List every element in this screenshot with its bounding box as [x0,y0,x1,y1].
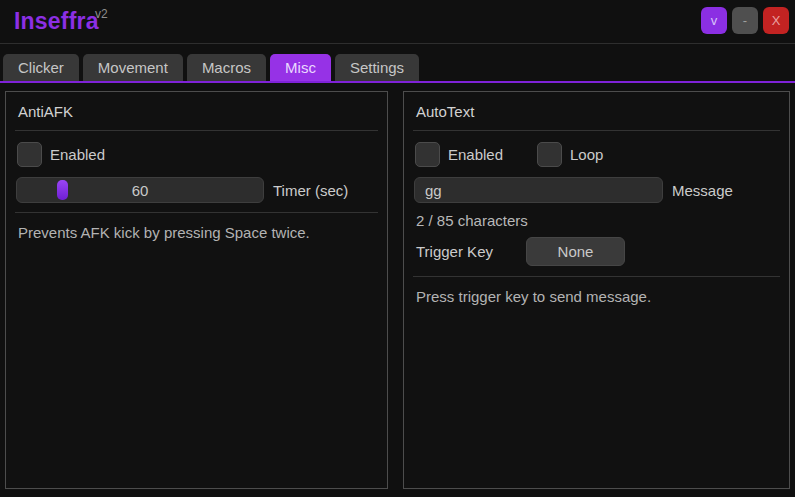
titlebar: Inseffra v2 v - X [0,0,795,44]
char-counter: 2 / 85 characters [416,212,780,229]
slider-thumb[interactable] [57,180,68,200]
autotext-title: AutoText [416,103,780,120]
autotext-enabled-label: Enabled [448,146,503,163]
antiafk-timer-slider[interactable]: 60 [16,177,264,203]
tab-misc[interactable]: Misc [270,54,331,81]
antiafk-enabled-label: Enabled [50,146,105,163]
message-label: Message [672,182,733,199]
timer-value: 60 [132,182,149,199]
tab-bar: Clicker Movement Macros Misc Settings [3,54,419,81]
timer-label: Timer (sec) [273,182,348,199]
autotext-loop-checkbox[interactable] [537,142,562,167]
tab-clicker[interactable]: Clicker [3,54,79,81]
autotext-panel: AutoText Enabled Loop Message 2 / 85 cha… [403,91,790,489]
trigger-key-button[interactable]: None [526,237,625,266]
antiafk-enabled-row: Enabled [17,142,378,167]
close-button[interactable]: X [763,7,789,34]
message-input[interactable] [414,177,663,203]
divider [15,130,378,131]
tab-settings[interactable]: Settings [335,54,419,81]
divider [15,212,378,213]
antiafk-timer-row: 60 Timer (sec) [16,177,378,203]
trigger-key-label: Trigger Key [416,243,526,260]
autotext-checkbox-row: Enabled Loop [415,142,780,167]
antiafk-enabled-checkbox[interactable] [17,142,42,167]
tab-underline [0,81,795,83]
autotext-loop-label: Loop [570,146,603,163]
divider [413,276,780,277]
trigger-key-row: Trigger Key None [416,237,780,266]
antiafk-description: Prevents AFK kick by pressing Space twic… [18,224,378,241]
divider [413,130,780,131]
tab-macros[interactable]: Macros [187,54,266,81]
antiafk-title: AntiAFK [18,103,378,120]
autotext-enabled-checkbox[interactable] [415,142,440,167]
antiafk-panel: AntiAFK Enabled 60 Timer (sec) Prevents … [5,91,388,489]
autotext-loop-group: Loop [537,142,603,167]
tab-movement[interactable]: Movement [83,54,183,81]
app-title: Inseffra [14,8,99,35]
window-controls: v - X [701,7,789,34]
minimize-button[interactable]: - [732,7,758,34]
autotext-description: Press trigger key to send message. [416,288,780,305]
hide-button[interactable]: v [701,7,727,34]
autotext-enabled-group: Enabled [415,142,537,167]
autotext-message-row: Message [414,177,780,203]
app-version-badge: v2 [95,7,108,21]
